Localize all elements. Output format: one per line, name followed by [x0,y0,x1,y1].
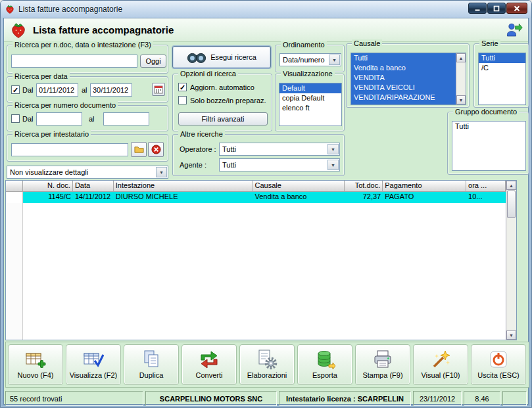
converti-button[interactable]: Converti [181,344,237,385]
list-item[interactable]: Tutti [351,53,456,63]
search-doc-group: Ricerca per n.doc, data o intestazione (… [7,45,168,74]
column-header-causale[interactable]: Causale [253,181,345,192]
calendar-button[interactable] [152,83,165,96]
uscita-button[interactable]: Uscita (ESC) [471,344,526,385]
magic-wand-icon [430,348,451,371]
scroll-up-icon[interactable]: ▲ [506,181,516,190]
list-item[interactable]: VENDITA VEICOLI [351,83,456,93]
num-range-checkbox[interactable]: ✓ [11,114,20,123]
visualizzazione-group: Visualizzazione Default copia Default el… [275,74,345,131]
opzioni-ricerca-group: Opzioni di ricerca ✓ Aggiorn. automatico… [172,74,272,131]
column-header-ora[interactable]: ora ... [466,181,506,192]
grid-header: N. doc. Data Intestazione Causale Tot.do… [6,181,506,192]
operatore-label: Operatore : [180,145,216,153]
duplica-button[interactable]: Duplica [124,344,179,385]
bottom-toolbar: Nuovo (F4) Visualizza (F2) [5,342,529,388]
agente-label: Agente : [180,161,206,169]
date-dal-label: Dal [22,86,34,94]
filtri-avanzati-button[interactable]: Filtri avanzati [178,112,268,125]
strawberry-icon [9,21,28,39]
ordinamento-select[interactable]: Data/numero ▼ [279,53,341,66]
elaborazioni-button[interactable]: Elaborazioni [239,344,295,385]
column-header-data[interactable]: Data [73,181,114,192]
visual-button[interactable]: Visual (F10) [413,344,468,385]
num-to-input[interactable] [103,112,149,125]
record-count: 55 record trovati [5,391,143,406]
esporta-button[interactable]: Esporta [297,344,352,385]
minimize-button[interactable] [468,3,487,14]
only-drafts-checkbox[interactable]: ✓ [178,96,187,104]
causale-scrollbar[interactable]: ▲ ▼ [456,53,466,104]
serie-group-label: Serie [479,39,500,47]
search-doc-input[interactable] [11,55,137,68]
column-header-totdoc[interactable]: Tot.doc. [345,181,383,192]
window-title: Lista fatture accompagnatorie [18,5,122,14]
clear-x-icon [151,145,161,154]
scroll-down-icon[interactable]: ▼ [506,330,516,340]
binoculars-icon [187,51,206,64]
list-item[interactable]: Vendita a banco [351,63,456,73]
search-num-group: Ricerca per numero documento ✓ Dal al [7,105,168,131]
toolbar-button-label: Esporta [312,371,337,379]
title-bar[interactable]: Lista fatture accompagnatorie [1,1,531,18]
list-item[interactable]: VENDITA [351,73,456,83]
app-window: Lista fatture accompagnatorie Li [0,0,532,408]
list-item[interactable]: elenco ft [279,103,341,113]
column-header-pagamento[interactable]: Pagamento [383,181,466,192]
date-to-input[interactable] [90,83,132,97]
folder-icon [134,145,144,154]
scroll-up-icon[interactable]: ▲ [456,53,466,62]
stampa-button[interactable]: Stampa (F9) [355,344,410,385]
row-selector-header [6,181,23,192]
column-header-ndoc[interactable]: N. doc. [23,181,73,192]
list-item[interactable]: Default [279,83,341,93]
search-date-group: Ricerca per data ✓ Dal al [7,76,168,102]
list-item[interactable]: Tutti [479,53,525,63]
toolbar-button-label: Visual (F10) [421,371,460,379]
toolbar-button-label: Visualizza (F2) [70,371,118,379]
list-item[interactable]: copia Default [279,93,341,103]
date-from-input[interactable] [36,83,78,97]
list-item[interactable]: /C [479,63,525,73]
browse-holder-button[interactable] [131,142,147,157]
nuovo-button[interactable]: Nuovo (F4) [8,344,63,385]
convert-icon [199,348,220,371]
auto-update-checkbox[interactable]: ✓ [178,83,187,91]
close-button[interactable] [506,3,527,14]
clear-holder-button[interactable] [148,142,164,157]
ordinamento-value: Data/numero [280,56,329,64]
row-selector-cell[interactable] [6,192,23,203]
visualizza-button[interactable]: Visualizza (F2) [66,344,121,385]
esegui-ricerca-label: Esegui ricerca [210,53,256,61]
oggi-button[interactable]: Oggi [140,55,166,68]
list-item[interactable]: VENDITA/RIPARAZIONE [351,93,456,102]
maximize-button[interactable] [487,3,506,14]
esegui-ricerca-button[interactable]: Esegui ricerca [172,46,271,68]
column-header-intestazione[interactable]: Intestazione [114,181,253,192]
table-row[interactable]: 1145/C 14/11/2012 DIURSO MICHELE Vendita… [6,192,506,203]
chevron-down-icon: ▼ [329,55,340,65]
auto-update-label: Aggiorn. automatico [190,83,254,91]
list-item[interactable]: Tutti [452,122,525,131]
process-gear-icon [256,348,278,371]
grid-scrollbar[interactable]: ▲ ▼ [506,181,516,340]
agente-select[interactable]: Tutti ▼ [219,158,340,171]
details-select[interactable]: Non visualizzare dettagli ▼ [7,166,168,179]
operatore-select[interactable]: Tutti ▼ [219,143,340,156]
cell-ndoc: 1145/C [23,192,73,203]
date-range-checkbox[interactable]: ✓ [11,85,20,94]
view-record-icon [83,348,104,371]
chevron-down-icon: ▼ [327,160,339,170]
intestatario-input[interactable] [11,143,128,156]
cell-ora: 10... [466,192,506,203]
license-holder: Intestatario licenza : SCARPELLIN [279,391,411,406]
scrollbar-thumb[interactable] [507,191,516,218]
num-from-input[interactable] [36,112,82,125]
gruppo-documento-group: Gruppo documento Tutti [447,112,529,175]
scroll-down-icon[interactable]: ▼ [456,95,466,104]
chevron-down-icon: ▼ [156,167,167,177]
user-exit-icon[interactable] [506,22,523,39]
toolbar-button-label: Converti [196,371,223,379]
altre-ricerche-group: Altre ricerche Operatore : Tutti ▼ Agent… [172,134,345,176]
toolbar-button-label: Uscita (ESC) [477,371,520,379]
